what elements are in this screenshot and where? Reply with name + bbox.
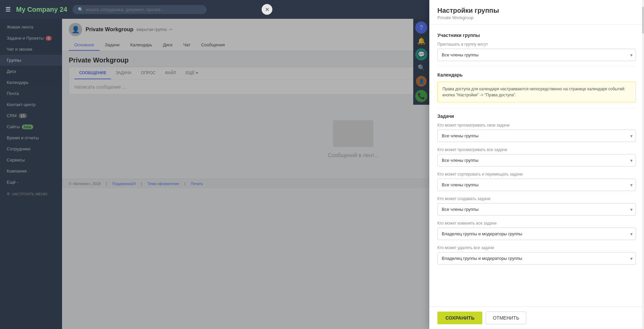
settings-panel-body: Участники группы Приглашать в группу мог… bbox=[429, 25, 644, 307]
task-select-2[interactable]: Все члены группы Только модераторы Тольк… bbox=[437, 179, 636, 191]
hamburger-icon[interactable]: ☰ bbox=[5, 6, 11, 13]
task-field-label-1: Кто может просматривать все задачи bbox=[437, 147, 636, 152]
task-select-1[interactable]: Все члены группы Только модераторы Тольк… bbox=[437, 154, 636, 167]
settings-panel-subtitle: Private Workgroup bbox=[437, 15, 636, 20]
task-select-wrapper-1: Все члены группы Только модераторы Тольк… bbox=[437, 154, 636, 167]
app-logo: My Company 24 bbox=[16, 6, 67, 13]
settings-panel-footer: СОХРАНИТЬ ОТМЕНИТЬ bbox=[429, 307, 644, 329]
invite-select-wrapper: Все члены группы Только модераторы Тольк… bbox=[437, 49, 636, 61]
task-field-label-2: Кто может сортировать и перемещать задач… bbox=[437, 172, 636, 177]
save-button[interactable]: СОХРАНИТЬ bbox=[437, 312, 482, 324]
task-select-wrapper-0: Все члены группы Только модераторы Тольк… bbox=[437, 130, 636, 142]
task-select-wrapper-3: Все члены группы Только модераторы Тольк… bbox=[437, 203, 636, 216]
settings-panel-title: Настройки группы bbox=[437, 7, 636, 14]
calendar-notice: Права доступа для календаря настраиваютс… bbox=[437, 82, 636, 102]
task-select-5[interactable]: Все члены группы Владелец группы и модер… bbox=[437, 252, 636, 265]
settings-panel: Настройки группы Private Workgroup Участ… bbox=[429, 0, 644, 329]
divider-2 bbox=[437, 108, 636, 108]
task-select-3[interactable]: Все члены группы Только модераторы Тольк… bbox=[437, 203, 636, 216]
task-select-0[interactable]: Все члены группы Только модераторы Тольк… bbox=[437, 130, 636, 142]
section-calendar-title: Календарь bbox=[437, 72, 636, 78]
panel-close-button[interactable]: ✕ bbox=[262, 4, 272, 15]
task-select-wrapper-2: Все члены группы Только модераторы Тольк… bbox=[437, 179, 636, 191]
invite-select[interactable]: Все члены группы Только модераторы Тольк… bbox=[437, 49, 636, 61]
task-field-label-4: Кто может изменять все задачи bbox=[437, 221, 636, 226]
task-select-4[interactable]: Все члены группы Владелец группы и модер… bbox=[437, 228, 636, 240]
task-field-label-3: Кто может создавать задачи bbox=[437, 196, 636, 201]
search-bar[interactable]: 🔍 bbox=[72, 5, 207, 14]
search-icon: 🔍 bbox=[78, 7, 83, 12]
search-input[interactable] bbox=[86, 7, 201, 12]
invite-field-label: Приглашать в группу могут bbox=[437, 42, 636, 47]
task-field-label-5: Кто может удалять все задачи bbox=[437, 245, 636, 250]
task-select-wrapper-4: Все члены группы Владелец группы и модер… bbox=[437, 228, 636, 240]
cancel-button[interactable]: ОТМЕНИТЬ bbox=[486, 312, 526, 324]
divider-1 bbox=[437, 66, 636, 67]
section-members-title: Участники группы bbox=[437, 33, 636, 38]
task-select-wrapper-5: Все члены группы Владелец группы и модер… bbox=[437, 252, 636, 265]
task-field-label-0: Кто может просматривать свои задачи bbox=[437, 123, 636, 128]
section-tasks-title: Задачи bbox=[437, 113, 636, 119]
settings-panel-header: Настройки группы Private Workgroup bbox=[429, 0, 644, 25]
